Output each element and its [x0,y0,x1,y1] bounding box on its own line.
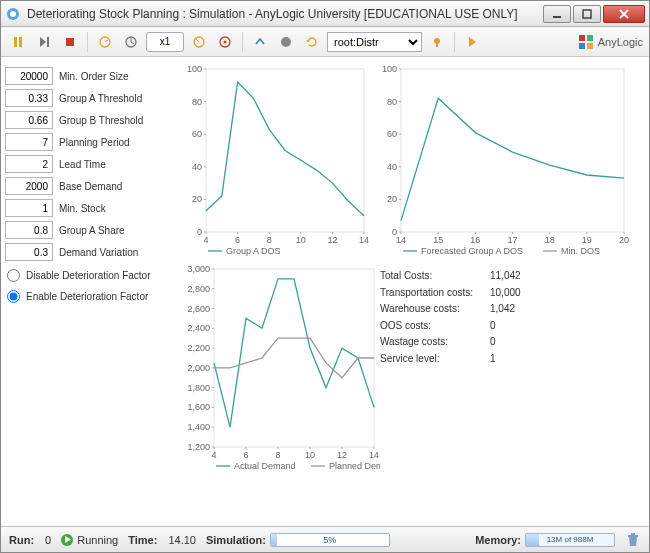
svg-text:2,600: 2,600 [187,304,210,314]
sim-label: Simulation: [206,534,266,546]
svg-rect-80 [214,269,374,447]
titlebar: Deteriorating Stock Planning : Simulatio… [1,1,649,27]
svg-text:1,600: 1,600 [187,402,210,412]
svg-marker-6 [40,37,46,47]
total-costs-value: 11,042 [490,270,521,281]
group-a-share-label: Group A Share [59,225,125,236]
svg-text:80: 80 [387,97,397,107]
brand-label: AnyLogic [598,36,643,48]
nav-up-button[interactable] [249,31,271,53]
svg-text:17: 17 [507,235,517,245]
transport-costs-label: Transportation costs: [380,285,490,302]
statusbar: Run: 0 Running Time: 14.10 Simulation: 5… [1,526,649,552]
content-area: Min. Order Size Group A Threshold Group … [1,57,649,526]
anylogic-icon [578,34,594,50]
slow-down-button[interactable] [94,31,116,53]
svg-text:14: 14 [369,450,379,460]
maximize-button[interactable] [573,5,601,23]
svg-rect-20 [579,43,585,49]
window-buttons [543,5,645,23]
run-fast-button[interactable] [461,31,483,53]
group-a-threshold-label: Group A Threshold [59,93,142,104]
svg-marker-15 [306,40,310,42]
lead-time-input[interactable] [5,155,53,173]
svg-text:2,400: 2,400 [187,323,210,333]
svg-text:4: 4 [211,450,216,460]
demand-variation-input[interactable] [5,243,53,261]
svg-text:1,200: 1,200 [187,442,210,452]
realtime-button[interactable] [214,31,236,53]
svg-text:80: 80 [192,97,202,107]
locate-button[interactable] [426,31,448,53]
memory-bar: 13M of 988M [525,533,615,547]
enable-deterioration-radio[interactable] [7,290,20,303]
wastage-costs-value: 0 [490,336,496,347]
svg-text:6: 6 [243,450,248,460]
svg-rect-2 [553,16,561,18]
stop-button[interactable] [59,31,81,53]
svg-text:Forecasted Group A DOS: Forecasted Group A DOS [421,246,523,256]
nav-combo[interactable]: root:Distr [327,32,422,52]
svg-point-13 [224,40,227,43]
demand-variation-label: Demand Variation [59,247,138,258]
disable-deterioration-radio[interactable] [7,269,20,282]
svg-text:Group A DOS: Group A DOS [226,246,281,256]
warehouse-costs-value: 1,042 [490,303,515,314]
nav-refresh-button[interactable] [301,31,323,53]
min-stock-label: Min. Stock [59,203,106,214]
service-level-value: 1 [490,353,496,364]
disable-deterioration-label: Disable Deterioration Factor [26,270,151,281]
svg-rect-19 [587,35,593,41]
window-title: Deteriorating Stock Planning : Simulatio… [27,7,543,21]
service-level-label: Service level: [380,351,490,368]
svg-text:20: 20 [192,194,202,204]
step-button[interactable] [33,31,55,53]
svg-rect-4 [14,37,17,47]
sim-progress: 5% [270,533,390,547]
svg-rect-8 [66,38,74,46]
trash-icon[interactable] [625,532,641,548]
demand-chart: 1,2001,4001,6001,8002,0002,2002,4002,600… [180,263,380,473]
planning-period-input[interactable] [5,133,53,151]
svg-text:100: 100 [382,64,397,74]
svg-text:12: 12 [327,235,337,245]
running-state: Running [77,534,118,546]
speed-up-button[interactable] [188,31,210,53]
svg-rect-18 [579,35,585,41]
min-order-size-input[interactable] [5,67,53,85]
svg-text:19: 19 [582,235,592,245]
time-scale-button[interactable] [120,31,142,53]
group-a-threshold-input[interactable] [5,89,53,107]
svg-text:2,200: 2,200 [187,343,210,353]
time-label: Time: [128,534,157,546]
min-stock-input[interactable] [5,199,53,217]
pause-button[interactable] [7,31,29,53]
run-value: 0 [45,534,51,546]
app-icon [5,6,21,22]
svg-rect-3 [583,10,591,18]
speed-indicator[interactable]: x1 [146,32,184,52]
base-demand-label: Base Demand [59,181,122,192]
group-b-threshold-input[interactable] [5,111,53,129]
total-costs-label: Total Costs: [380,268,490,285]
svg-text:16: 16 [470,235,480,245]
base-demand-input[interactable] [5,177,53,195]
svg-text:10: 10 [296,235,306,245]
svg-text:2,000: 2,000 [187,363,210,373]
minimize-button[interactable] [543,5,571,23]
wastage-costs-label: Wastage costs: [380,334,490,351]
svg-text:3,000: 3,000 [187,264,210,274]
svg-text:14: 14 [359,235,369,245]
svg-text:20: 20 [619,235,629,245]
svg-rect-5 [19,37,22,47]
forecasted-dos-chart: 02040608010014151617181920Forecasted Gro… [375,63,630,258]
svg-point-14 [281,37,291,47]
svg-text:18: 18 [545,235,555,245]
group-a-share-input[interactable] [5,221,53,239]
svg-rect-119 [631,533,635,535]
nav-home-button[interactable] [275,31,297,53]
run-label: Run: [9,534,34,546]
svg-text:8: 8 [275,450,280,460]
enable-deterioration-label: Enable Deterioration Factor [26,291,148,302]
close-button[interactable] [603,5,645,23]
